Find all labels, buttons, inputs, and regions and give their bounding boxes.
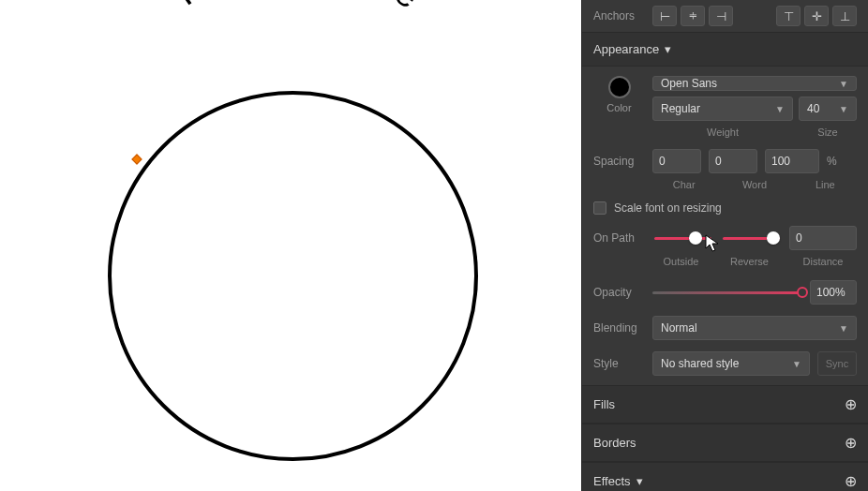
anchor-v-middle-button[interactable]: ✛ <box>804 6 829 26</box>
fills-label: Fills <box>593 397 615 411</box>
borders-section-header[interactable]: Borders ⊕ <box>582 424 868 462</box>
inspector-panel: Anchors ⊢ ⫩ ⊣ ⊤ ✛ ⊥ Appearance ▾ Color O… <box>581 0 868 491</box>
char-sublabel: Char <box>652 179 715 190</box>
blending-dropdown[interactable]: Normal▼ <box>652 316 857 340</box>
font-family-dropdown[interactable]: Open Sans▼ <box>652 76 857 91</box>
chevron-down-icon: ▼ <box>839 323 848 334</box>
anchor-h-center-button[interactable]: ⫩ <box>681 6 705 26</box>
word-spacing-input[interactable]: 0 <box>709 149 757 173</box>
chevron-down-icon: ▾ <box>636 474 643 488</box>
style-label: Style <box>593 357 645 370</box>
font-size-dropdown[interactable]: 40▼ <box>799 97 857 121</box>
line-spacing-input[interactable]: 100 <box>765 149 819 173</box>
effects-section-header[interactable]: Effects ▾ ⊕ <box>582 462 868 491</box>
line-unit: % <box>827 155 837 168</box>
outside-slider[interactable] <box>654 231 711 245</box>
font-weight-dropdown[interactable]: Regular▼ <box>652 97 793 121</box>
chevron-down-icon: ▼ <box>775 104 785 114</box>
chevron-down-icon: ▼ <box>839 79 848 89</box>
anchor-h-right-button[interactable]: ⊣ <box>709 6 733 26</box>
canvas[interactable]: Your text here <box>0 0 581 491</box>
color-label: Color <box>606 102 631 113</box>
distance-sublabel: Distance <box>789 256 857 267</box>
reverse-slider[interactable] <box>723 231 780 245</box>
svg-text:Your text here: Your text here <box>162 0 427 17</box>
weight-sublabel: Weight <box>652 126 793 138</box>
add-border-icon[interactable]: ⊕ <box>845 434 857 452</box>
curved-text[interactable]: Your text here <box>162 0 427 17</box>
opacity-label: Opacity <box>593 286 645 299</box>
opacity-slider[interactable] <box>652 291 802 294</box>
line-sublabel: Line <box>794 179 857 190</box>
appearance-section-header[interactable]: Appearance ▾ <box>582 32 868 67</box>
anchor-h-left-button[interactable]: ⊢ <box>652 6 677 26</box>
char-spacing-input[interactable]: 0 <box>652 149 701 173</box>
scale-font-checkbox[interactable] <box>593 201 606 215</box>
opacity-knob[interactable] <box>797 287 808 298</box>
onpath-label: On Path <box>593 231 645 245</box>
opacity-input[interactable]: 100% <box>810 280 857 305</box>
sync-button[interactable]: Sync <box>817 351 857 376</box>
reverse-sublabel: Reverse <box>721 256 778 267</box>
effects-label: Effects <box>593 474 631 488</box>
add-effect-icon[interactable]: ⊕ <box>845 472 857 490</box>
borders-label: Borders <box>593 436 636 450</box>
outside-sublabel: Outside <box>652 256 710 267</box>
word-sublabel: Word <box>723 179 786 190</box>
chevron-down-icon: ▼ <box>792 359 801 369</box>
color-swatch[interactable] <box>608 76 631 98</box>
text-on-path[interactable]: Your text here <box>89 19 501 206</box>
chevron-down-icon: ▾ <box>665 42 671 56</box>
anchors-row: Anchors ⊢ ⫩ ⊣ ⊤ ✛ ⊥ <box>582 0 868 32</box>
spacing-label: Spacing <box>593 155 645 168</box>
anchor-v-bottom-button[interactable]: ⊥ <box>832 6 857 26</box>
size-sublabel: Size <box>799 126 857 138</box>
chevron-down-icon: ▼ <box>839 104 848 114</box>
fills-section-header[interactable]: Fills ⊕ <box>582 385 868 424</box>
anchor-v-top-button[interactable]: ⊤ <box>776 6 801 26</box>
add-fill-icon[interactable]: ⊕ <box>845 395 857 413</box>
shared-style-dropdown[interactable]: No shared style▼ <box>652 351 810 376</box>
distance-input[interactable]: 0 <box>789 226 857 250</box>
scale-font-label: Scale font on resizing <box>614 201 722 215</box>
anchors-label: Anchors <box>593 9 645 22</box>
appearance-label: Appearance <box>593 42 659 56</box>
blending-label: Blending <box>593 321 645 335</box>
